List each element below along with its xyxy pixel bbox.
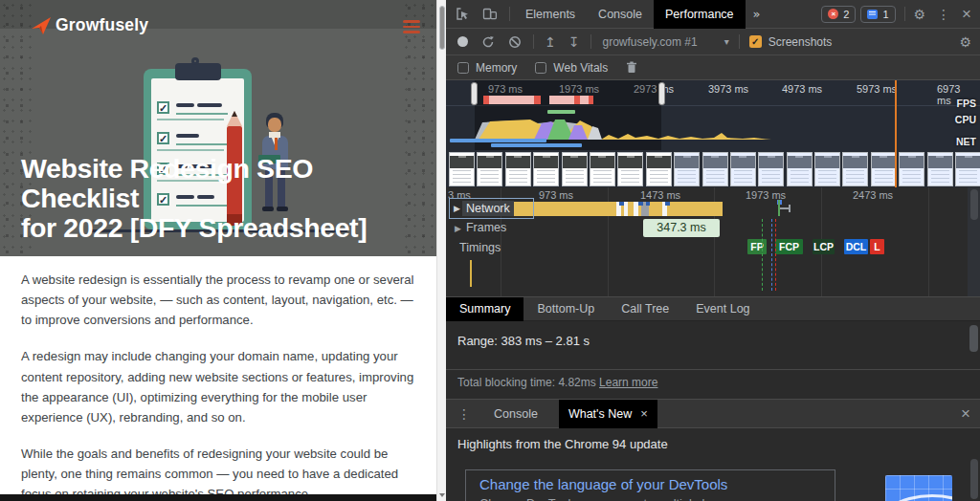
- filmstrip-thumbnail[interactable]: [927, 152, 953, 186]
- kebab-menu-icon[interactable]: ⋮: [937, 7, 950, 22]
- load-profile-icon[interactable]: ↥: [545, 34, 556, 50]
- analysis-tab-call-tree[interactable]: Call Tree: [608, 297, 682, 321]
- page-title: Website Redesign SEO Checklist for 2022 …: [21, 154, 436, 242]
- divider: [590, 34, 591, 49]
- learn-more-link[interactable]: Learn more: [599, 376, 657, 389]
- devtools-tabbar: ElementsConsolePerformance » × 2 1 ⚙ ⋮ ×: [446, 0, 980, 29]
- record-button[interactable]: [457, 36, 468, 47]
- chevron-down-icon[interactable]: ▾: [724, 36, 729, 47]
- timing-badge-fcp[interactable]: FCP: [775, 239, 803, 254]
- hero-banner: Growfusely ✓ ✓ ✓ ✓: [0, 0, 436, 256]
- settings-gear-icon[interactable]: ⚙: [914, 7, 926, 22]
- hamburger-menu-icon[interactable]: [403, 20, 420, 36]
- filmstrip-thumbnail[interactable]: [702, 152, 728, 186]
- filmstrip-thumbnail[interactable]: [842, 152, 868, 186]
- screenshot-filmstrip[interactable]: [446, 150, 980, 187]
- fp-dashed-line: [762, 219, 763, 291]
- tab-performance[interactable]: Performance: [654, 0, 746, 29]
- selection-handle-left[interactable]: [471, 82, 478, 105]
- overview-ruler-tick: 5973 ms: [857, 83, 897, 95]
- filmstrip-thumbnail[interactable]: [758, 152, 784, 186]
- clear-recording-icon[interactable]: [508, 35, 522, 49]
- reload-and-record-icon[interactable]: [481, 35, 495, 49]
- profile-select[interactable]: growfusely.com #1: [602, 35, 697, 49]
- device-toolbar-icon[interactable]: [482, 7, 498, 21]
- timing-badge-fp[interactable]: FP: [747, 239, 767, 254]
- whats-new-card[interactable]: Change the language of your DevTools Chr…: [465, 469, 835, 501]
- memory-label: Memory: [476, 61, 517, 75]
- article-body: A website redesign is essentially the pr…: [21, 270, 417, 501]
- detail-ruler-tick: 1473 ms: [640, 189, 680, 201]
- screen: Growfusely ✓ ✓ ✓ ✓: [0, 0, 980, 501]
- frame-duration-block[interactable]: 347.3 ms: [643, 219, 720, 237]
- detail-scrollbar[interactable]: [968, 187, 980, 296]
- timeline-detail[interactable]: 3 ms973 ms1473 ms1973 ms2473 ms29 ▶ Netw…: [446, 187, 980, 296]
- filmstrip-thumbnail[interactable]: [533, 152, 559, 186]
- drawer-tab-whats-new[interactable]: What's New ×: [559, 400, 657, 428]
- filmstrip-thumbnail[interactable]: [562, 152, 588, 186]
- filmstrip-thumbnail[interactable]: [814, 152, 840, 186]
- inspect-element-icon[interactable]: [456, 7, 470, 21]
- timings-track-header[interactable]: Timings: [459, 241, 501, 254]
- capture-settings-gear-icon[interactable]: ⚙: [959, 34, 971, 50]
- close-drawer-icon[interactable]: ×: [961, 405, 970, 422]
- filmstrip-thumbnail[interactable]: [449, 152, 475, 186]
- site-footer-edge: [0, 494, 436, 501]
- whats-new-heading: Highlights from the Chrome 94 update: [446, 428, 980, 451]
- drawer-kebab-menu-icon[interactable]: ⋮: [457, 406, 471, 422]
- timeline-overview[interactable]: 973 ms1973 ms2973 ms3973 ms4973 ms5973 m…: [446, 80, 980, 150]
- filmstrip-thumbnail[interactable]: [730, 152, 756, 186]
- filmstrip-thumbnail[interactable]: [787, 152, 813, 186]
- scroll-down-arrow[interactable]: [439, 493, 445, 497]
- detail-scrollbar-thumb[interactable]: [970, 189, 978, 220]
- drawer-scrollbar-thumb[interactable]: [970, 459, 978, 499]
- drawer-tab-console[interactable]: Console: [484, 400, 547, 428]
- frames-track-header[interactable]: ▶Frames: [455, 221, 506, 234]
- filmstrip-thumbnail[interactable]: [871, 152, 897, 186]
- card-title-link[interactable]: Change the language of your DevTools: [479, 476, 821, 492]
- total-blocking-time-row: Total blocking time: 4.82ms Learn more: [446, 369, 980, 395]
- filmstrip-thumbnail[interactable]: [646, 152, 672, 186]
- page-scrollbar[interactable]: [436, 0, 446, 501]
- network-activity-bar: [491, 143, 582, 147]
- fps-bar: [547, 110, 575, 114]
- capture-options-row: Memory Web Vitals: [446, 55, 980, 80]
- range-text: Range: 383 ms – 2.81 s: [446, 321, 980, 360]
- close-tab-icon[interactable]: ×: [640, 400, 648, 428]
- summary-scrollbar-thumb[interactable]: [969, 325, 978, 352]
- network-track-header[interactable]: ▶ Network: [449, 198, 534, 219]
- save-profile-icon[interactable]: ↧: [568, 34, 580, 50]
- message-count-badge[interactable]: 1: [860, 6, 895, 23]
- web-vitals-checkbox[interactable]: [535, 62, 546, 74]
- memory-checkbox[interactable]: [457, 62, 469, 74]
- filmstrip-thumbnail[interactable]: [899, 152, 924, 186]
- filmstrip-thumbnail[interactable]: [477, 152, 502, 186]
- analysis-tab-event-log[interactable]: Event Log: [682, 297, 763, 321]
- analysis-tab-summary[interactable]: Summary: [446, 297, 523, 321]
- filmstrip-thumbnail[interactable]: [674, 152, 700, 186]
- detail-ruler-tick: 973 ms: [539, 189, 573, 201]
- filmstrip-thumbnail[interactable]: [590, 152, 615, 186]
- close-devtools-icon[interactable]: ×: [962, 6, 971, 22]
- tbt-text: Total blocking time: 4.82ms: [457, 376, 596, 389]
- error-count-badge[interactable]: × 2: [821, 6, 856, 23]
- devtools-panel: ElementsConsolePerformance » × 2 1 ⚙ ⋮ ×: [446, 0, 980, 501]
- page-scrollbar-thumb[interactable]: [439, 6, 445, 50]
- tab-console[interactable]: Console: [587, 0, 654, 29]
- screenshots-checkbox[interactable]: ✓: [749, 35, 762, 48]
- trash-icon[interactable]: [626, 61, 637, 74]
- selection-handle-right[interactable]: [658, 82, 665, 105]
- filmstrip-thumbnail[interactable]: [505, 152, 531, 186]
- timing-badge-dcl[interactable]: DCL: [844, 239, 868, 254]
- article-paragraph: A redesign may include changing your dom…: [21, 346, 417, 427]
- analysis-tab-bottom-up[interactable]: Bottom-Up: [523, 297, 608, 321]
- filmstrip-thumbnail[interactable]: [617, 152, 643, 186]
- timing-badge-lcp[interactable]: LCP: [813, 239, 835, 254]
- expander-icon[interactable]: ▶: [454, 204, 460, 213]
- more-tabs-chevron[interactable]: »: [746, 7, 768, 21]
- timing-badge-l[interactable]: L: [870, 239, 884, 254]
- site-logo[interactable]: Growfusely: [31, 15, 148, 35]
- filmstrip-thumbnail[interactable]: [955, 152, 980, 186]
- error-icon: ×: [828, 9, 838, 19]
- tab-elements[interactable]: Elements: [514, 0, 587, 29]
